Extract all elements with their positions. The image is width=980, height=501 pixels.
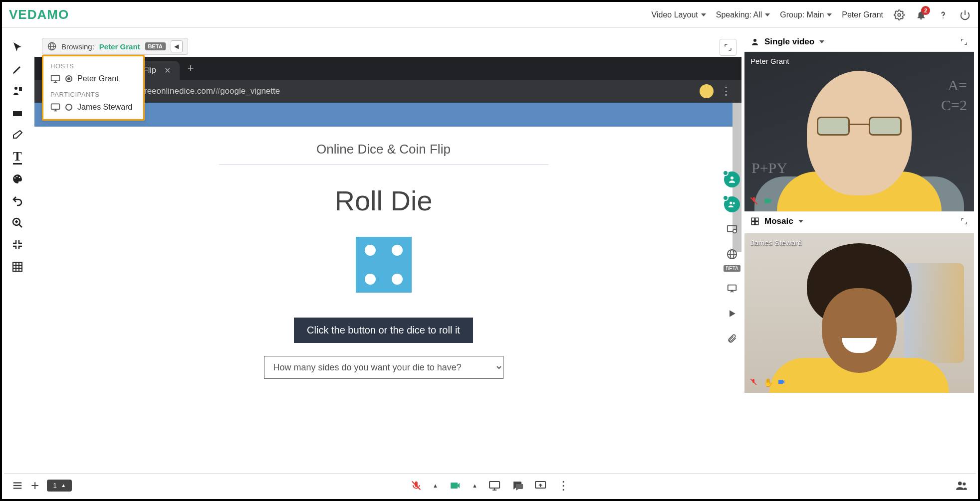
- expand-icon: [724, 43, 733, 52]
- play-icon: [727, 309, 737, 319]
- browsing-label: Browsing:: [61, 42, 94, 51]
- bottom-toolbar: + 1 ▲ ▲ ▲ ⋮: [4, 473, 976, 497]
- chat-icon: [511, 480, 523, 492]
- expand-canvas-button[interactable]: [720, 39, 736, 56]
- current-user-label: Peter Grant: [842, 10, 883, 19]
- svg-rect-40: [755, 222, 758, 225]
- die-graphic[interactable]: [356, 237, 412, 293]
- screen-share-button[interactable]: [724, 221, 740, 237]
- eraser-tool[interactable]: [10, 128, 25, 143]
- die-pip: [365, 245, 376, 256]
- video-name-tag: James Steward: [750, 238, 802, 247]
- notification-count-badge: 2: [921, 6, 930, 15]
- radio-selected-icon[interactable]: [65, 75, 72, 82]
- host-row[interactable]: Peter Grant: [50, 74, 136, 84]
- profile-avatar-icon[interactable]: [700, 84, 714, 98]
- page-indicator[interactable]: 1 ▲: [47, 480, 72, 492]
- camera-on-icon: [763, 196, 773, 206]
- add-page-button[interactable]: +: [31, 478, 39, 494]
- video-tile-participant[interactable]: James Steward ✋: [744, 233, 974, 393]
- svg-rect-48: [490, 482, 499, 488]
- browsing-indicator: Browsing: Peter Grant BETA ◀: [42, 38, 188, 55]
- present-button[interactable]: [724, 281, 740, 297]
- caret-up-icon[interactable]: ▲: [472, 483, 478, 489]
- caret-up-icon[interactable]: ▲: [433, 483, 438, 489]
- video-layout-dropdown[interactable]: Video Layout: [652, 10, 706, 19]
- rectangle-icon: [11, 107, 23, 119]
- new-tab-button[interactable]: +: [188, 62, 194, 75]
- fit-tool[interactable]: [10, 237, 25, 252]
- screenshare-toggle-button[interactable]: [489, 480, 500, 492]
- die-pip: [392, 245, 403, 256]
- power-button[interactable]: [959, 9, 971, 21]
- group-dropdown[interactable]: Group: Main: [780, 10, 832, 19]
- beta-badge-small: BETA: [724, 265, 740, 272]
- color-tool[interactable]: [10, 171, 25, 186]
- zoom-tool[interactable]: [10, 215, 25, 230]
- right-action-strip: BETA: [723, 171, 741, 346]
- single-video-header[interactable]: Single video: [744, 32, 974, 52]
- shape-tool[interactable]: [10, 106, 25, 121]
- web-share-button[interactable]: [724, 246, 740, 262]
- presenter-tool[interactable]: [10, 84, 25, 99]
- page-heading: Roll Die: [34, 184, 733, 217]
- cast-button[interactable]: [534, 480, 546, 492]
- grid-tool[interactable]: [10, 259, 25, 274]
- group-label: Group: Main: [780, 10, 824, 19]
- chevron-down-icon: [701, 13, 706, 16]
- participant-row[interactable]: James Steward: [50, 102, 136, 112]
- mic-muted-icon: [749, 378, 759, 388]
- menu-button[interactable]: [12, 480, 23, 491]
- palette-icon: [11, 173, 23, 185]
- undo-tool[interactable]: [10, 193, 25, 208]
- svg-point-30: [733, 229, 736, 233]
- participants-button[interactable]: [955, 479, 968, 492]
- undo-icon: [11, 195, 23, 207]
- svg-point-5: [14, 177, 16, 179]
- group-action-button[interactable]: [724, 196, 740, 212]
- svg-point-1: [943, 17, 944, 18]
- camera-toggle-button[interactable]: [449, 480, 461, 492]
- settings-button[interactable]: [893, 9, 905, 21]
- cursor-tool[interactable]: [10, 40, 25, 55]
- speaking-dropdown[interactable]: Speaking: All: [716, 10, 770, 19]
- help-button[interactable]: [937, 9, 949, 21]
- camera-icon: [777, 378, 787, 388]
- people-icon: [955, 479, 968, 492]
- pen-icon: [11, 63, 23, 75]
- browser-menu-icon[interactable]: ⋮: [721, 85, 732, 98]
- pen-tool[interactable]: [10, 62, 25, 77]
- play-button[interactable]: [724, 306, 740, 322]
- attachment-button[interactable]: [724, 331, 740, 346]
- svg-rect-4: [13, 111, 22, 116]
- video-tile-host[interactable]: P+PY A= C=2 RE Peter Grant: [744, 52, 974, 211]
- chat-button[interactable]: [511, 480, 523, 492]
- chevron-down-icon: [798, 220, 803, 223]
- text-tool[interactable]: T: [10, 150, 25, 165]
- svg-point-28: [733, 202, 735, 204]
- menu-icon: [12, 480, 23, 491]
- participants-section-label: PARTICIPANTS: [50, 91, 136, 98]
- collapse-browsing-button[interactable]: ◀: [171, 40, 183, 52]
- divider: [219, 164, 548, 165]
- participant-action-button[interactable]: [724, 171, 740, 187]
- paperclip-icon: [727, 334, 737, 343]
- more-button[interactable]: ⋮: [557, 479, 569, 493]
- mic-toggle-button[interactable]: [411, 480, 422, 491]
- mic-muted-icon: [749, 196, 759, 206]
- die-pip: [392, 274, 403, 285]
- close-tab-icon[interactable]: ✕: [164, 66, 171, 75]
- host-name: Peter Grant: [77, 74, 119, 83]
- svg-line-9: [19, 224, 22, 227]
- person-icon: [750, 37, 759, 46]
- mosaic-header[interactable]: Mosaic: [744, 211, 974, 231]
- expand-icon[interactable]: [960, 38, 968, 46]
- expand-icon[interactable]: [960, 217, 968, 225]
- sides-select[interactable]: How many sides do you want your die to h…: [264, 356, 503, 379]
- radio-unselected-icon[interactable]: [65, 104, 72, 111]
- notifications-button[interactable]: 2: [915, 9, 927, 21]
- svg-point-6: [16, 176, 18, 177]
- roll-button[interactable]: Click the button or the dice to roll it: [294, 318, 473, 343]
- svg-point-52: [958, 481, 962, 485]
- grid-icon: [11, 261, 23, 273]
